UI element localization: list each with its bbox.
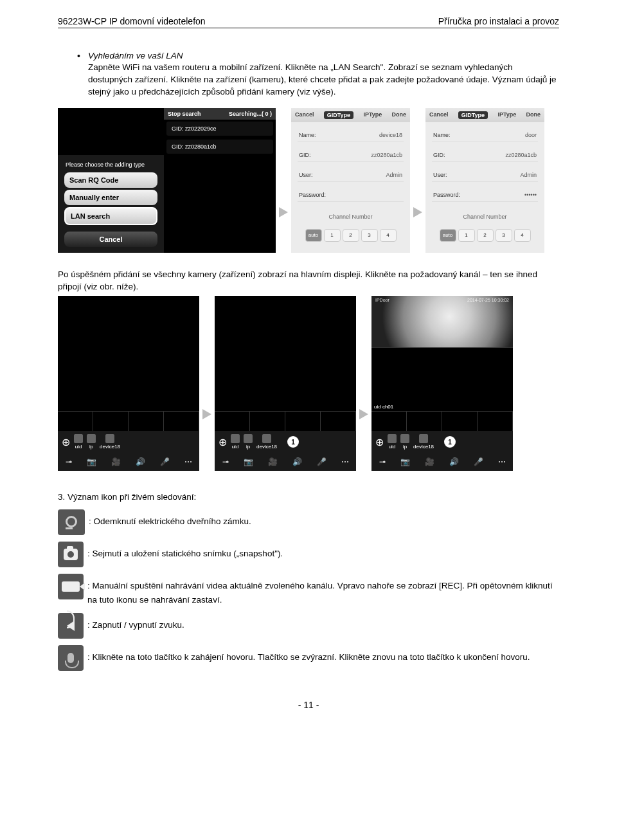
header-left: 96223W-CP IP domovní videotelefon (58, 16, 206, 26)
camera-icon[interactable]: 📷 (244, 457, 253, 466)
section1-text: Zapněte WiFi na vašem routeru a mobilní … (88, 62, 559, 98)
ch-1-button[interactable]: 1 (324, 229, 341, 242)
live-phone-3: IPDoor 2014-07-25 10:30:02 uid ch01 ⊕ ui… (371, 296, 513, 471)
snapshot-desc: : Sejmutí a uložení statického snímku („… (87, 542, 559, 561)
dev-ip[interactable]: ip (87, 434, 96, 450)
mic-icon[interactable]: 🎤 (474, 457, 483, 466)
record-icon[interactable]: 🎥 (111, 457, 121, 466)
ch-2-button[interactable]: 2 (343, 229, 359, 242)
device-icon (262, 434, 271, 443)
iptype-tab[interactable]: IPType (497, 111, 516, 119)
thumb[interactable] (478, 412, 513, 431)
camera-icon[interactable]: 📷 (87, 457, 96, 466)
thumb[interactable] (164, 412, 199, 431)
searching-label: Searching...( 0 ) (229, 111, 272, 117)
thumb[interactable] (58, 412, 93, 431)
ch-4-button[interactable]: 4 (514, 229, 531, 242)
thumb[interactable] (371, 412, 407, 431)
form-done-button[interactable]: Done (526, 111, 541, 119)
ch-2-button[interactable]: 2 (477, 229, 494, 242)
gid-input[interactable]: zz0280a1cb (505, 152, 537, 158)
dev-device18[interactable]: device18 (413, 434, 434, 450)
dev-device18[interactable]: device18 (100, 434, 120, 450)
more-icon[interactable]: ⋯ (184, 457, 192, 466)
thumb[interactable] (321, 412, 356, 431)
key-icon[interactable]: ⊸ (222, 457, 229, 466)
scan-rq-code-button[interactable]: Scan RQ Code (64, 172, 157, 188)
gid-input[interactable]: zz0280a1cb (371, 152, 402, 158)
ch-3-button[interactable]: 3 (496, 229, 512, 242)
thumb[interactable] (407, 412, 442, 431)
dev-ip[interactable]: ip (400, 434, 409, 450)
add-device-icon[interactable]: ⊕ (219, 436, 227, 448)
ch-1-button[interactable]: 1 (458, 229, 475, 242)
more-icon[interactable]: ⋯ (341, 457, 349, 466)
thumb[interactable] (215, 412, 250, 431)
form-done-button[interactable]: Done (392, 111, 407, 119)
thumb[interactable] (129, 412, 164, 431)
speaker-icon[interactable]: 🔊 (136, 457, 145, 466)
key-icon[interactable]: ⊸ (66, 457, 72, 466)
lan-search-button[interactable]: LAN search (64, 207, 157, 225)
key-icon[interactable]: ⊸ (379, 457, 386, 466)
count-badge: 1 (287, 436, 299, 448)
ch-auto-button[interactable]: auto (440, 229, 456, 242)
form-top: Cancel GIDType IPType Done (425, 108, 544, 122)
ch-3-button[interactable]: 3 (361, 229, 378, 242)
dev-ip[interactable]: ip (244, 434, 253, 450)
ch-4-button[interactable]: 4 (380, 229, 397, 242)
iptype-tab[interactable]: IPType (363, 111, 382, 119)
record-icon[interactable]: 🎥 (268, 457, 278, 466)
device-icon (87, 434, 96, 443)
thumb[interactable] (442, 412, 478, 431)
device-icon (400, 434, 409, 443)
name-input[interactable]: door (525, 132, 537, 138)
name-input[interactable]: device18 (379, 132, 402, 138)
user-label: User: (299, 172, 313, 178)
dev-uid[interactable]: uid (74, 434, 83, 450)
form-cancel-button[interactable]: Cancel (295, 111, 314, 119)
figure-row-1: Please choose the adding type Scan RQ Co… (58, 108, 559, 253)
user-input[interactable]: Admin (386, 172, 402, 178)
password-input[interactable]: •••••• (524, 192, 537, 198)
dev-uid[interactable]: uid (388, 434, 397, 450)
live-main-view[interactable] (58, 296, 199, 411)
ch-auto-button[interactable]: auto (305, 229, 322, 242)
record-icon[interactable]: 🎥 (425, 457, 434, 466)
camera-icon[interactable]: 📷 (400, 457, 410, 466)
dev-device18[interactable]: device18 (256, 434, 277, 450)
result-gid-1[interactable]: GID: zz022029ce (166, 122, 273, 136)
live-main-view[interactable] (215, 296, 356, 411)
manually-enter-button[interactable]: Manually enter (64, 190, 157, 205)
add-device-icon[interactable]: ⊕ (62, 436, 70, 448)
speaker-icon[interactable]: 🔊 (292, 457, 302, 466)
mic-icon[interactable]: 🎤 (317, 457, 326, 466)
gidtype-tab[interactable]: GIDType (458, 111, 488, 119)
mic-icon[interactable]: 🎤 (160, 457, 170, 466)
form-top: Cancel GIDType IPType Done (291, 108, 410, 122)
user-input[interactable]: Admin (520, 172, 537, 178)
speaker-icon[interactable]: 🔊 (449, 457, 459, 466)
thumb[interactable] (285, 412, 321, 431)
form-cancel-button[interactable]: Cancel (429, 111, 449, 119)
snapshot-icon (58, 542, 84, 567)
more-icon[interactable]: ⋯ (498, 457, 506, 466)
thumb[interactable] (93, 412, 129, 431)
dev-uid[interactable]: uid (231, 434, 240, 450)
stop-search-button[interactable]: Stop search (168, 111, 201, 117)
thumb[interactable] (250, 412, 285, 431)
device-row: ⊕ uid ip device18 1 (371, 431, 513, 453)
dev-label: ip (403, 444, 407, 450)
device-icon (419, 434, 428, 443)
gidtype-tab[interactable]: GIDType (324, 111, 353, 119)
arrow-right-icon (356, 348, 371, 419)
osd-time: 2014-07-25 10:30:02 (467, 298, 509, 302)
device-form-1: Cancel GIDType IPType Done Name:device18… (291, 108, 410, 253)
device-icon (231, 434, 240, 443)
live-main-view[interactable]: IPDoor 2014-07-25 10:30:02 uid ch01 (371, 296, 513, 411)
result-gid-2[interactable]: GID: zz0280a1cb (166, 140, 273, 154)
add-device-icon[interactable]: ⊕ (375, 436, 384, 448)
section-lan-search: • Vyhledáním ve vaší LAN Zapněte WiFi na… (77, 51, 559, 98)
dev-label: device18 (256, 444, 277, 450)
cancel-button[interactable]: Cancel (64, 232, 157, 247)
